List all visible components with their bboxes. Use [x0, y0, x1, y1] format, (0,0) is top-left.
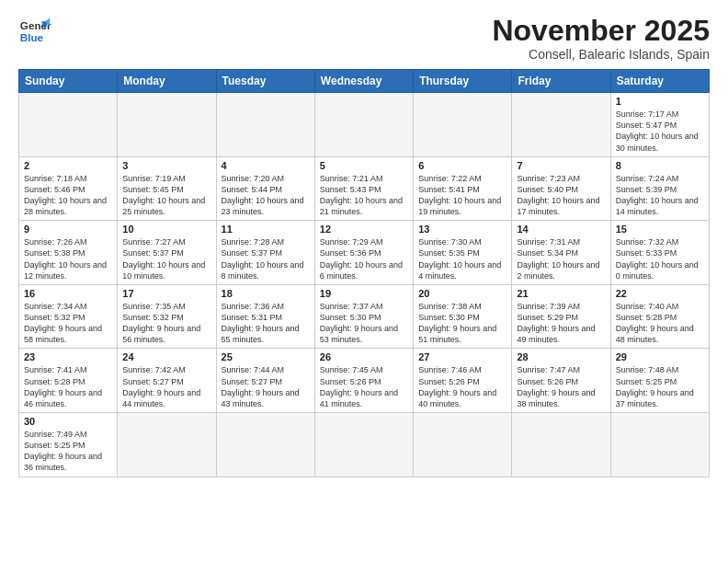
- calendar-cell: 25Sunrise: 7:44 AMSunset: 5:27 PMDayligh…: [216, 349, 314, 413]
- day-info: Sunrise: 7:44 AMSunset: 5:27 PMDaylight:…: [222, 364, 310, 409]
- week-row-1: 2Sunrise: 7:18 AMSunset: 5:46 PMDaylight…: [19, 156, 710, 221]
- calendar-cell: 15Sunrise: 7:32 AMSunset: 5:33 PMDayligh…: [610, 221, 709, 285]
- week-row-3: 16Sunrise: 7:34 AMSunset: 5:32 PMDayligh…: [19, 284, 710, 349]
- day-number: 18: [222, 288, 310, 299]
- calendar-cell: 1Sunrise: 7:17 AMSunset: 5:47 PMDaylight…: [610, 93, 709, 157]
- day-number: 19: [320, 288, 408, 299]
- calendar-cell: 10Sunrise: 7:27 AMSunset: 5:37 PMDayligh…: [118, 221, 216, 285]
- page: General Blue November 2025 Consell, Bale…: [0, 0, 728, 563]
- weekday-header-friday: Friday: [512, 70, 610, 93]
- calendar-cell: [610, 413, 709, 477]
- day-number: 1: [616, 96, 704, 107]
- calendar-cell: 8Sunrise: 7:24 AMSunset: 5:39 PMDaylight…: [610, 156, 709, 221]
- day-info: Sunrise: 7:34 AMSunset: 5:32 PMDaylight:…: [24, 301, 112, 346]
- calendar-cell: 18Sunrise: 7:36 AMSunset: 5:31 PMDayligh…: [216, 284, 314, 349]
- day-info: Sunrise: 7:18 AMSunset: 5:46 PMDaylight:…: [24, 173, 112, 218]
- day-number: 21: [517, 288, 605, 299]
- weekday-header-thursday: Thursday: [414, 70, 512, 93]
- day-info: Sunrise: 7:31 AMSunset: 5:34 PMDaylight:…: [517, 236, 605, 282]
- day-number: 9: [24, 224, 112, 235]
- week-row-2: 9Sunrise: 7:26 AMSunset: 5:38 PMDaylight…: [19, 221, 710, 285]
- calendar-cell: 12Sunrise: 7:29 AMSunset: 5:36 PMDayligh…: [314, 221, 413, 285]
- calendar-cell: 24Sunrise: 7:42 AMSunset: 5:27 PMDayligh…: [118, 349, 216, 413]
- day-number: 12: [320, 224, 408, 235]
- calendar-cell: 13Sunrise: 7:30 AMSunset: 5:35 PMDayligh…: [414, 221, 512, 285]
- calendar-cell: 14Sunrise: 7:31 AMSunset: 5:34 PMDayligh…: [512, 221, 610, 285]
- day-info: Sunrise: 7:40 AMSunset: 5:28 PMDaylight:…: [616, 301, 704, 346]
- weekday-header-tuesday: Tuesday: [216, 70, 314, 93]
- day-number: 5: [320, 160, 408, 171]
- title-block: November 2025 Consell, Balearic Islands,…: [492, 15, 710, 62]
- calendar-cell: 17Sunrise: 7:35 AMSunset: 5:32 PMDayligh…: [118, 284, 216, 349]
- calendar: SundayMondayTuesdayWednesdayThursdayFrid…: [18, 69, 710, 477]
- calendar-cell: [512, 93, 610, 157]
- day-info: Sunrise: 7:32 AMSunset: 5:33 PMDaylight:…: [616, 236, 704, 282]
- calendar-cell: 23Sunrise: 7:41 AMSunset: 5:28 PMDayligh…: [19, 349, 118, 413]
- calendar-cell: 19Sunrise: 7:37 AMSunset: 5:30 PMDayligh…: [314, 284, 413, 349]
- calendar-cell: [512, 413, 610, 477]
- calendar-cell: 30Sunrise: 7:49 AMSunset: 5:25 PMDayligh…: [19, 413, 118, 477]
- day-number: 8: [616, 160, 704, 171]
- weekday-header-monday: Monday: [118, 70, 216, 93]
- day-info: Sunrise: 7:42 AMSunset: 5:27 PMDaylight:…: [122, 364, 210, 409]
- day-info: Sunrise: 7:38 AMSunset: 5:30 PMDaylight:…: [418, 301, 506, 346]
- weekday-header-row: SundayMondayTuesdayWednesdayThursdayFrid…: [19, 70, 710, 93]
- week-row-5: 30Sunrise: 7:49 AMSunset: 5:25 PMDayligh…: [19, 413, 710, 477]
- day-number: 13: [418, 224, 506, 235]
- calendar-cell: 11Sunrise: 7:28 AMSunset: 5:37 PMDayligh…: [216, 221, 314, 285]
- month-title: November 2025: [492, 15, 710, 47]
- day-info: Sunrise: 7:30 AMSunset: 5:35 PMDaylight:…: [418, 236, 506, 282]
- day-number: 25: [222, 351, 310, 362]
- weekday-header-saturday: Saturday: [610, 70, 709, 93]
- day-info: Sunrise: 7:23 AMSunset: 5:40 PMDaylight:…: [517, 173, 605, 218]
- calendar-cell: [314, 93, 413, 157]
- day-info: Sunrise: 7:47 AMSunset: 5:26 PMDaylight:…: [517, 364, 605, 409]
- calendar-cell: 20Sunrise: 7:38 AMSunset: 5:30 PMDayligh…: [414, 284, 512, 349]
- day-number: 28: [517, 351, 605, 362]
- calendar-cell: 2Sunrise: 7:18 AMSunset: 5:46 PMDaylight…: [19, 156, 118, 221]
- calendar-cell: 26Sunrise: 7:45 AMSunset: 5:26 PMDayligh…: [314, 349, 413, 413]
- day-number: 10: [122, 224, 210, 235]
- day-info: Sunrise: 7:20 AMSunset: 5:44 PMDaylight:…: [222, 173, 310, 218]
- calendar-cell: 6Sunrise: 7:22 AMSunset: 5:41 PMDaylight…: [414, 156, 512, 221]
- day-info: Sunrise: 7:39 AMSunset: 5:29 PMDaylight:…: [517, 301, 605, 346]
- weekday-header-wednesday: Wednesday: [314, 70, 413, 93]
- day-number: 29: [616, 351, 704, 362]
- week-row-4: 23Sunrise: 7:41 AMSunset: 5:28 PMDayligh…: [19, 349, 710, 413]
- calendar-cell: 3Sunrise: 7:19 AMSunset: 5:45 PMDaylight…: [118, 156, 216, 221]
- day-number: 27: [418, 351, 506, 362]
- header: General Blue November 2025 Consell, Bale…: [18, 15, 710, 62]
- calendar-cell: 27Sunrise: 7:46 AMSunset: 5:26 PMDayligh…: [414, 349, 512, 413]
- day-number: 7: [517, 160, 605, 171]
- calendar-cell: [216, 93, 314, 157]
- day-info: Sunrise: 7:41 AMSunset: 5:28 PMDaylight:…: [24, 364, 112, 409]
- day-info: Sunrise: 7:26 AMSunset: 5:38 PMDaylight:…: [24, 236, 112, 282]
- day-number: 30: [24, 416, 112, 427]
- calendar-cell: [118, 93, 216, 157]
- day-number: 16: [24, 288, 112, 299]
- logo-icon: General Blue: [18, 15, 51, 48]
- calendar-cell: [118, 413, 216, 477]
- calendar-cell: 28Sunrise: 7:47 AMSunset: 5:26 PMDayligh…: [512, 349, 610, 413]
- weekday-header-sunday: Sunday: [19, 70, 118, 93]
- day-info: Sunrise: 7:46 AMSunset: 5:26 PMDaylight:…: [418, 364, 506, 409]
- calendar-cell: [19, 93, 118, 157]
- calendar-cell: [414, 413, 512, 477]
- day-number: 3: [122, 160, 210, 171]
- calendar-cell: 7Sunrise: 7:23 AMSunset: 5:40 PMDaylight…: [512, 156, 610, 221]
- calendar-cell: 22Sunrise: 7:40 AMSunset: 5:28 PMDayligh…: [610, 284, 709, 349]
- day-number: 11: [222, 224, 310, 235]
- day-info: Sunrise: 7:36 AMSunset: 5:31 PMDaylight:…: [222, 301, 310, 346]
- day-number: 17: [122, 288, 210, 299]
- day-number: 15: [616, 224, 704, 235]
- day-info: Sunrise: 7:28 AMSunset: 5:37 PMDaylight:…: [222, 236, 310, 282]
- logo: General Blue: [18, 15, 51, 48]
- day-info: Sunrise: 7:37 AMSunset: 5:30 PMDaylight:…: [320, 301, 408, 346]
- calendar-cell: 9Sunrise: 7:26 AMSunset: 5:38 PMDaylight…: [19, 221, 118, 285]
- day-number: 24: [122, 351, 210, 362]
- day-number: 20: [418, 288, 506, 299]
- day-info: Sunrise: 7:22 AMSunset: 5:41 PMDaylight:…: [418, 173, 506, 218]
- calendar-cell: 5Sunrise: 7:21 AMSunset: 5:43 PMDaylight…: [314, 156, 413, 221]
- calendar-cell: [414, 93, 512, 157]
- day-info: Sunrise: 7:27 AMSunset: 5:37 PMDaylight:…: [122, 236, 210, 282]
